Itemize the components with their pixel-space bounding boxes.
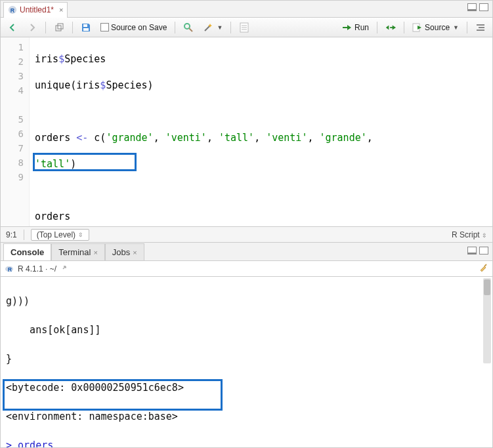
svg-rect-3: [58, 24, 63, 29]
svg-rect-5: [83, 28, 89, 31]
scope-selector[interactable]: (Top Level) ⇳: [31, 229, 89, 241]
code-token: ,: [207, 132, 219, 144]
code-token: 'venti': [165, 132, 207, 144]
code-token: unique(iris: [35, 79, 100, 91]
save-icon: [81, 22, 91, 33]
line-gutter: 1 2 3 4 5 6 7 8 9: [1, 37, 30, 226]
scope-label: (Top Level): [37, 230, 75, 239]
maximize-pane-icon[interactable]: [479, 247, 488, 255]
scrollbar-thumb[interactable]: [484, 279, 490, 295]
code-editor[interactable]: 1 2 3 4 5 6 7 8 9 iris$Species unique(ir…: [1, 37, 492, 226]
report-icon: [239, 22, 249, 33]
language-label: R Script: [452, 230, 480, 239]
console-line: g))): [6, 294, 487, 308]
find-button[interactable]: [181, 21, 196, 34]
svg-rect-4: [83, 24, 87, 27]
console-line: <environment: namespace:base>: [6, 409, 487, 424]
tab-console[interactable]: Console: [3, 243, 51, 260]
line-number: 6: [3, 127, 24, 141]
arrow-right-icon: [27, 22, 37, 33]
run-button[interactable]: Run: [339, 21, 372, 34]
console-tab-bar: Console Terminal× Jobs×: [1, 243, 492, 261]
run-icon: [342, 22, 353, 33]
popout-icon[interactable]: [60, 264, 71, 274]
editor-toolbar: Source on Save ▼ Run Source ▼: [1, 18, 492, 37]
run-label: Run: [354, 23, 369, 32]
code-token: ,: [154, 132, 165, 144]
code-token: ,: [254, 132, 266, 144]
line-number: 3: [3, 69, 24, 83]
minimize-pane-icon[interactable]: [467, 3, 477, 11]
forward-button[interactable]: [24, 21, 40, 34]
maximize-pane-icon[interactable]: [479, 3, 488, 11]
tab-label: Console: [11, 247, 44, 257]
updown-icon: ⇳: [78, 232, 83, 238]
console-line: <bytecode: 0x00000250951c6ec8>: [6, 380, 487, 395]
rerun-button[interactable]: [383, 21, 398, 34]
save-button[interactable]: [78, 21, 94, 34]
svg-line-7: [189, 28, 192, 31]
language-mode[interactable]: R Script ⇳: [452, 230, 487, 239]
console-line: ans[ok[ans]]: [6, 323, 487, 337]
pane-window-controls: [467, 247, 488, 255]
outline-button[interactable]: [473, 21, 488, 34]
clear-console-icon[interactable]: [478, 262, 488, 275]
source-label: Source: [425, 23, 450, 32]
editor-status-bar: 9:1 (Top Level) ⇳ R Script ⇳: [1, 226, 492, 242]
r-logo-icon: R: [5, 264, 14, 274]
code-token: orders: [35, 132, 76, 144]
code-content[interactable]: iris$Species unique(iris$Species) orders…: [30, 37, 492, 226]
code-token: Species: [64, 53, 106, 65]
svg-line-21: [484, 264, 486, 266]
console-output[interactable]: g))) ans[ok[ans]] } <bytecode: 0x0000025…: [1, 277, 492, 447]
line-number: 9: [3, 170, 24, 184]
line-number: 8: [3, 155, 24, 170]
cursor-position: 9:1: [6, 230, 17, 239]
code-token: c(: [88, 132, 106, 144]
editor-tab[interactable]: R Untitled1* ×: [3, 2, 68, 18]
tab-jobs[interactable]: Jobs×: [105, 243, 144, 260]
source-icon: [412, 22, 423, 33]
code-token: 'tall': [35, 158, 70, 170]
pane-window-controls: [467, 3, 488, 11]
report-button[interactable]: [236, 21, 252, 34]
code-token: 'tall': [219, 132, 254, 144]
code-token: 'grande': [106, 132, 153, 144]
show-in-new-window-button[interactable]: [51, 21, 67, 34]
code-token: 'grande': [320, 132, 367, 144]
svg-rect-2: [56, 26, 61, 31]
rerun-icon: [385, 22, 396, 33]
code-token: ,: [367, 132, 373, 144]
source-on-save-label: Source on Save: [111, 23, 167, 32]
tab-terminal[interactable]: Terminal×: [51, 243, 105, 260]
source-button[interactable]: Source ▼: [410, 21, 461, 34]
close-icon[interactable]: ×: [133, 249, 137, 256]
svg-point-6: [184, 24, 190, 29]
chevron-down-icon: ▼: [453, 24, 459, 31]
code-token: orders: [35, 211, 70, 222]
code-token: 'venti': [266, 132, 307, 144]
code-tools-button[interactable]: ▼: [200, 21, 225, 34]
line-number: 5: [3, 112, 24, 127]
search-icon: [183, 22, 194, 33]
console-prompt: >: [6, 439, 18, 447]
line-number: [3, 98, 24, 112]
svg-line-8: [205, 26, 210, 31]
close-icon[interactable]: ×: [93, 249, 97, 256]
svg-text:R: R: [8, 266, 12, 272]
close-icon[interactable]: ×: [59, 6, 63, 14]
popout-icon: [54, 22, 64, 33]
tab-label: Terminal: [58, 247, 91, 257]
code-token: ): [70, 158, 76, 170]
minimize-pane-icon[interactable]: [467, 247, 477, 255]
editor-tab-title: Untitled1*: [20, 5, 54, 14]
line-number: 7: [3, 141, 24, 155]
source-on-save-checkbox[interactable]: Source on Save: [98, 22, 169, 33]
console-header: R R 4.1.1 · ~/: [1, 261, 492, 277]
vertical-scrollbar[interactable]: [483, 278, 491, 363]
editor-pane: R Untitled1* × Source on Save ▼ Run: [1, 1, 492, 243]
code-token: ,: [307, 132, 319, 144]
updown-icon: ⇳: [482, 232, 487, 239]
back-button[interactable]: [5, 21, 20, 34]
console-input: orders: [18, 439, 53, 447]
